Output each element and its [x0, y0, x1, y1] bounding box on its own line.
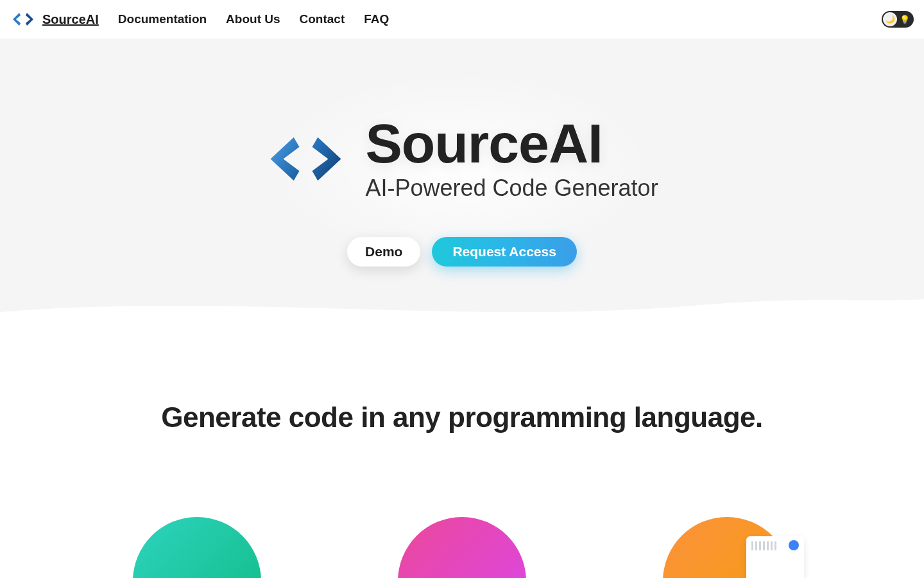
lightbulb-icon: 💡 [900, 15, 910, 24]
hero-text-block: SourceAI AI-Powered Code Generator [365, 116, 658, 202]
theme-toggle[interactable]: 🌙 💡 [882, 11, 914, 28]
request-access-button[interactable]: Request Access [432, 237, 576, 267]
hero-section: SourceAI AI-Powered Code Generator Demo … [0, 39, 924, 324]
feature-circle-powerful [663, 517, 791, 578]
brand-logo-icon [10, 9, 36, 30]
hero-content: SourceAI AI-Powered Code Generator [0, 116, 924, 202]
nav-left: SourceAI Documentation About Us Contact … [10, 9, 389, 30]
feature-circle-easy [133, 517, 261, 578]
brand-link[interactable]: SourceAI [10, 9, 99, 30]
hero-buttons: Demo Request Access [0, 237, 924, 267]
features-heading: Generate code in any programming languag… [0, 401, 924, 434]
feature-circle-fast [398, 517, 526, 578]
document-icon [746, 536, 804, 578]
brand-text: SourceAI [42, 12, 99, 27]
nav-link-contact[interactable]: Contact [300, 12, 345, 26]
demo-button[interactable]: Demo [347, 237, 420, 267]
hero-logo-icon [266, 128, 346, 189]
wave-divider [0, 286, 924, 325]
hero-subtitle: AI-Powered Code Generator [365, 175, 658, 202]
hero-title: SourceAI [365, 116, 658, 171]
moon-icon: 🌙 [883, 12, 897, 26]
nav-link-documentation[interactable]: Documentation [118, 12, 207, 26]
feature-circles [0, 517, 924, 578]
nav-link-faq[interactable]: FAQ [364, 12, 389, 26]
top-nav: SourceAI Documentation About Us Contact … [0, 0, 924, 39]
features-section: Generate code in any programming languag… [0, 324, 924, 578]
nav-link-about[interactable]: About Us [226, 12, 280, 26]
